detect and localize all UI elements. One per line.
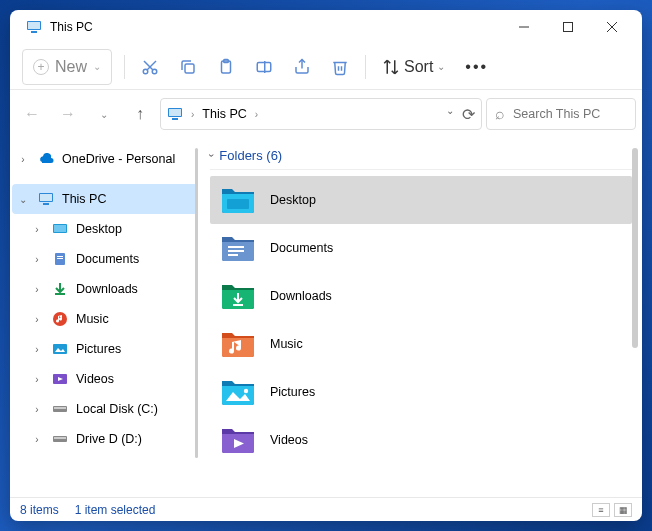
expand-icon[interactable]: › [16,154,30,165]
disk-icon [52,401,68,417]
folder-label: Downloads [270,289,332,303]
svg-rect-24 [54,225,66,232]
nav-item-music[interactable]: › Music [12,304,198,334]
address-bar-row: ← → ⌄ ↑ › This PC › ⌄ ⟳ ⌕ [10,90,642,138]
address-box[interactable]: › This PC › ⌄ ⟳ [160,98,482,130]
svg-rect-19 [172,118,178,120]
search-box[interactable]: ⌕ [486,98,636,130]
section-header[interactable]: › Folders (6) [210,146,632,170]
nav-scrollbar[interactable] [195,148,198,458]
nav-item-drive-d[interactable]: › Drive D (D:) [12,424,198,454]
svg-rect-18 [169,109,181,116]
section-title: Folders (6) [219,148,282,163]
copy-button[interactable] [169,49,207,85]
folder-item-desktop[interactable]: Desktop [210,176,632,224]
sort-label: Sort [404,58,433,76]
nav-item-onedrive[interactable]: › OneDrive - Personal [12,144,198,174]
svg-rect-22 [43,203,49,205]
svg-rect-40 [228,254,238,256]
nav-item-desktop[interactable]: › Desktop [12,214,198,244]
documents-icon [52,251,68,267]
nav-label: Music [76,312,109,326]
folder-item-documents[interactable]: Documents [210,224,632,272]
nav-item-pictures[interactable]: › Pictures [12,334,198,364]
search-icon: ⌕ [495,105,505,123]
nav-label: Drive D (D:) [76,432,142,446]
nav-item-this-pc[interactable]: ⌄ This PC [12,184,198,214]
status-bar: 8 items 1 item selected ≡ ▦ [10,497,642,521]
videos-folder-icon [220,425,256,455]
expand-icon[interactable]: › [30,314,44,325]
back-button[interactable]: ← [16,98,48,130]
folder-label: Music [270,337,303,351]
refresh-button[interactable]: ⟳ [462,105,475,124]
expand-icon[interactable]: › [30,434,44,445]
svg-rect-11 [185,64,194,73]
maximize-button[interactable] [546,10,590,44]
details-view-button[interactable]: ≡ [592,503,610,517]
new-label: New [55,58,87,76]
svg-rect-1 [28,22,40,29]
rename-button[interactable] [245,49,283,85]
expand-icon[interactable]: › [30,374,44,385]
this-pc-icon [26,19,42,35]
close-button[interactable] [590,10,634,44]
desktop-folder-icon [220,185,256,215]
nav-item-local-disk-c[interactable]: › Local Disk (C:) [12,394,198,424]
svg-point-42 [244,389,248,393]
collapse-icon[interactable]: ⌄ [16,194,30,205]
up-button[interactable]: ↑ [124,98,156,130]
documents-folder-icon [220,233,256,263]
music-icon [52,311,68,327]
this-pc-icon [167,106,183,122]
delete-button[interactable] [321,49,359,85]
sort-button[interactable]: Sort ⌄ [372,49,455,85]
folder-item-music[interactable]: Music [210,320,632,368]
forward-button[interactable]: → [52,98,84,130]
selection-count: 1 item selected [75,503,156,517]
cloud-icon [38,151,54,167]
expand-icon[interactable]: › [30,404,44,415]
nav-item-videos[interactable]: › Videos [12,364,198,394]
folder-item-downloads[interactable]: Downloads [210,272,632,320]
main-pane: › Folders (6) Desktop Documents Download… [200,138,642,497]
nav-item-downloads[interactable]: › Downloads [12,274,198,304]
svg-rect-37 [227,199,249,209]
cut-button[interactable] [131,49,169,85]
nav-label: Videos [76,372,114,386]
svg-rect-39 [228,250,244,252]
icons-view-button[interactable]: ▦ [614,503,632,517]
folder-label: Documents [270,241,333,255]
folder-item-videos[interactable]: Videos [210,416,632,464]
content-body: › OneDrive - Personal ⌄ This PC › Deskto… [10,138,642,497]
title-bar: This PC [10,10,642,44]
expand-icon[interactable]: › [30,344,44,355]
toolbar: + New ⌄ Sort ⌄ ••• [10,44,642,90]
breadcrumb-item[interactable]: This PC [202,107,246,121]
folder-item-pictures[interactable]: Pictures [210,368,632,416]
expand-icon[interactable]: › [30,224,44,235]
more-button[interactable]: ••• [455,49,498,85]
main-scrollbar[interactable] [632,148,638,348]
svg-rect-29 [53,344,67,354]
share-button[interactable] [283,49,321,85]
minimize-button[interactable] [502,10,546,44]
separator [124,55,125,79]
music-folder-icon [220,329,256,359]
separator [365,55,366,79]
disk-icon [52,431,68,447]
svg-rect-36 [54,437,66,439]
expand-icon[interactable]: › [30,254,44,265]
explorer-window: This PC + New ⌄ Sort ⌄ ••• ← → ⌄ ↑ › [10,10,642,521]
downloads-folder-icon [220,281,256,311]
search-input[interactable] [513,107,627,121]
address-dropdown[interactable]: ⌄ [446,105,454,124]
nav-item-documents[interactable]: › Documents [12,244,198,274]
new-button[interactable]: + New ⌄ [22,49,112,85]
expand-icon[interactable]: › [30,284,44,295]
chevron-down-icon: ⌄ [93,61,101,72]
download-icon [52,281,68,297]
paste-button[interactable] [207,49,245,85]
recent-dropdown[interactable]: ⌄ [88,98,120,130]
chevron-down-icon: ⌄ [437,61,445,72]
